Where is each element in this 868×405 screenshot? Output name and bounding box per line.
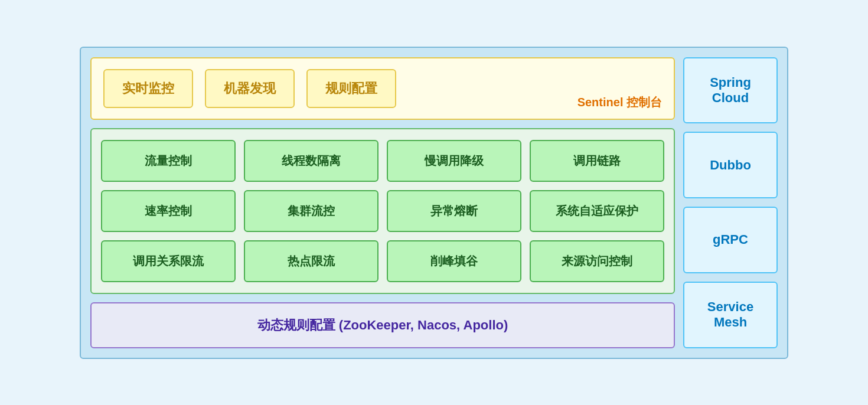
core-item-9: 热点限流: [244, 240, 378, 282]
sidebar-spring-cloud: Spring Cloud: [683, 57, 778, 124]
core-item-6: 异常熔断: [387, 190, 521, 232]
core-panel: 流量控制 线程数隔离 慢调用降级 调用链路 速率控制 集群流控 异常熔断 系统: [90, 128, 675, 294]
right-sidebar: Spring Cloud Dubbo gRPC Service Mesh: [683, 57, 778, 348]
sentinel-box-rules: 规则配置: [306, 69, 396, 108]
sidebar-dubbo: Dubbo: [683, 132, 778, 198]
core-item-5: 集群流控: [244, 190, 378, 232]
core-item-4: 速率控制: [101, 190, 236, 232]
sentinel-box-monitor: 实时监控: [103, 69, 193, 108]
core-item-7: 系统自适应保护: [530, 190, 664, 232]
core-item-2: 慢调用降级: [387, 140, 521, 182]
main-content-area: 实时监控 机器发现 规则配置 Sentinel 控制台 流量控制 线程数隔离 慢: [90, 57, 675, 348]
core-item-1: 线程数隔离: [244, 140, 378, 182]
core-item-11: 来源访问控制: [530, 240, 664, 282]
sidebar-service-mesh: Service Mesh: [683, 282, 778, 348]
core-item-3: 调用链路: [530, 140, 664, 182]
main-container: 实时监控 机器发现 规则配置 Sentinel 控制台 流量控制 线程数隔离 慢: [80, 47, 788, 359]
core-item-0: 流量控制: [101, 140, 236, 182]
sentinel-title: Sentinel 控制台: [577, 94, 662, 110]
core-item-10: 削峰填谷: [387, 240, 521, 282]
sentinel-box-discovery: 机器发现: [205, 69, 295, 108]
core-item-8: 调用关系限流: [101, 240, 236, 282]
sidebar-grpc: gRPC: [683, 207, 778, 273]
sentinel-panel: 实时监控 机器发现 规则配置 Sentinel 控制台: [90, 57, 675, 120]
dynamic-rules-panel: 动态规则配置 (ZooKeeper, Nacos, Apollo): [90, 302, 675, 348]
